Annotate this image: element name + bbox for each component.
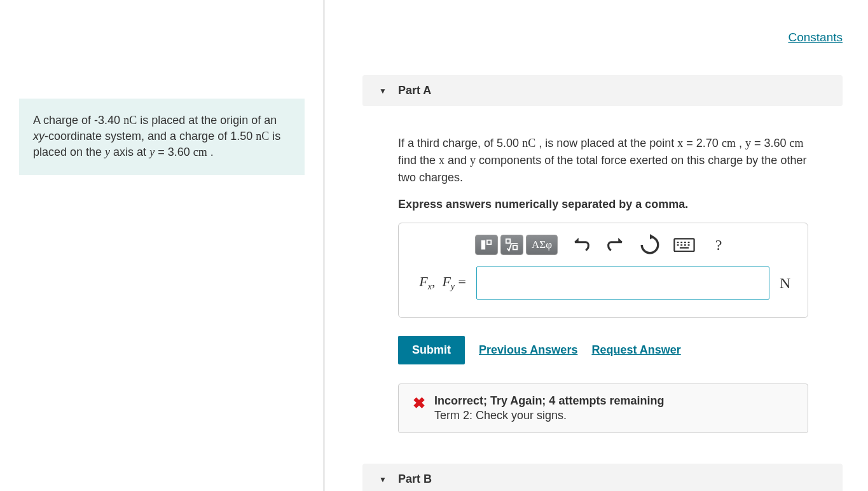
x-unit: cm (722, 137, 736, 149)
answer-panel: ΑΣφ ? (398, 223, 808, 318)
svg-rect-3 (513, 246, 517, 249)
y-unit: cm (193, 146, 207, 158)
y3-value: 3.60 (764, 137, 786, 149)
q2-value: 1.50 (230, 130, 252, 142)
radical-icon[interactable] (500, 235, 523, 255)
q2-unit: nC (256, 130, 269, 142)
x-value: 2.70 (696, 137, 719, 149)
svg-rect-0 (481, 240, 485, 250)
part-a-label: Part A (398, 84, 431, 97)
help-icon[interactable]: ? (708, 235, 729, 254)
keyboard-icon[interactable] (673, 235, 695, 254)
answer-unit: N (780, 275, 795, 292)
template-icon[interactable] (475, 235, 498, 255)
part-b-label: Part B (398, 473, 432, 486)
reset-icon[interactable] (639, 235, 661, 254)
feedback-line-2: Term 2: Check your signs. (434, 409, 664, 422)
q1-value: -3.40 (94, 114, 120, 127)
answer-variable-label: Fx, Fy = (411, 273, 466, 292)
constants-link[interactable]: Constants (788, 31, 843, 44)
part-a-header[interactable]: ▼ Part A (362, 75, 843, 106)
previous-answers-link[interactable]: Previous Answers (479, 343, 577, 357)
problem-text-1: A charge of (33, 114, 94, 127)
y-value: 3.60 (168, 146, 190, 158)
part-a-body: If a third charge, of 5.00 nC , is now p… (362, 106, 843, 433)
answer-instruction: Express answers numerically separated by… (398, 198, 808, 211)
answer-toolbar: ΑΣφ ? (411, 235, 795, 255)
request-answer-link[interactable]: Request Answer (591, 343, 680, 357)
redo-icon[interactable] (605, 235, 626, 254)
submit-button[interactable]: Submit (398, 336, 465, 364)
feedback-box: ✖ Incorrect; Try Again; 4 attempts remai… (398, 384, 808, 433)
svg-rect-2 (506, 239, 510, 243)
feedback-line-1: Incorrect; Try Again; 4 attempts remaini… (434, 394, 664, 408)
part-b-header[interactable]: ▼ Part B (362, 464, 843, 491)
greek-icon[interactable]: ΑΣφ (526, 235, 558, 255)
chevron-down-icon: ▼ (379, 86, 387, 95)
q1-unit: nC (123, 114, 137, 127)
q3-unit: nC (522, 137, 535, 149)
undo-icon[interactable] (570, 235, 592, 254)
part-a-question: If a third charge, of 5.00 nC , is now p… (398, 135, 808, 186)
answer-input[interactable] (476, 266, 769, 300)
svg-rect-1 (487, 240, 491, 244)
q3-value: 5.00 (497, 137, 519, 149)
y3-unit: cm (789, 137, 803, 149)
problem-statement: A charge of -3.40 nC is placed at the or… (19, 99, 305, 175)
chevron-down-icon: ▼ (379, 475, 387, 484)
incorrect-icon: ✖ (413, 396, 425, 411)
